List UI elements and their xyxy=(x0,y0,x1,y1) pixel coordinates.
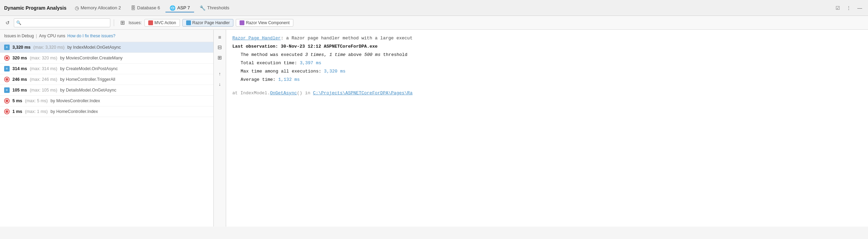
issue-method: by HomeController.TriggerAll xyxy=(60,77,115,82)
filter-mvc[interactable]: MVC Action xyxy=(144,19,180,27)
search-icon: 🔍 xyxy=(16,20,21,25)
razor-icon xyxy=(4,87,10,93)
detail-path-link[interactable]: C:\Projects\ASPNETCoreForDPA\Pages\Ra xyxy=(313,90,413,96)
sort-btn-3[interactable]: ⊞ xyxy=(215,53,224,62)
filter-icon-btn[interactable]: ⊞ xyxy=(118,18,127,28)
refresh-button[interactable]: ↺ xyxy=(3,18,12,28)
issue-method: by MoviesController.Index xyxy=(50,98,100,103)
issue-item[interactable]: 5 ms (max: 5 ms) by MoviesController.Ind… xyxy=(0,96,213,106)
issue-item[interactable]: 3,320 ms (max: 3,320 ms) by IndexModel.O… xyxy=(0,42,213,53)
issue-method: by HomeController.Index xyxy=(50,109,98,114)
issue-time-secondary: (max: 320 ms) xyxy=(30,56,57,60)
detail-total-time: Total execution time: 3,397 ms xyxy=(241,59,862,67)
side-actions: ≡ ⊟ ⊞ ↑ ↓ xyxy=(214,30,226,227)
issue-time-main: 3,320 ms xyxy=(12,45,31,50)
app-title: Dynamic Program Analysis xyxy=(4,5,67,11)
toolbar-divider xyxy=(114,19,114,26)
detail-max-value: 3,320 ms xyxy=(324,69,345,74)
issues-header-text: Issues in Debug xyxy=(4,34,34,38)
close-btn[interactable]: — xyxy=(856,4,864,12)
issue-time-secondary: (max: 3,320 ms) xyxy=(33,45,64,50)
issue-time-main: 246 ms xyxy=(12,77,27,82)
issue-method: by MoviesController.CreateMany xyxy=(60,56,122,60)
right-panel: ≡ ⊟ ⊞ ↑ ↓ Razor Page Handler: a Razor pa… xyxy=(214,30,868,227)
detail-avg-time: Average time: 1,132 ms xyxy=(241,76,862,84)
tab-database-label: Database 6 xyxy=(137,5,160,10)
razor-page-icon xyxy=(186,20,191,25)
detail-method-link[interactable]: OnGetAsync xyxy=(270,90,297,96)
tab-memory[interactable]: ◷ Memory Allocation 2 xyxy=(71,4,125,12)
detail-type-link[interactable]: Razor Page Handler xyxy=(232,36,281,41)
filter-razor-component-label: Razor View Component xyxy=(246,20,290,25)
detail-obs-process: ASPNETCoreForDPA.exe xyxy=(324,44,377,49)
database-icon: 🗄 xyxy=(131,5,135,11)
mvc-icon xyxy=(148,20,153,25)
memory-icon: ◷ xyxy=(75,5,79,11)
detail-obs-label: Last observation: xyxy=(232,44,281,49)
sort-btn-2[interactable]: ⊟ xyxy=(215,43,224,52)
issue-time-secondary: (max: 314 ms) xyxy=(30,66,57,71)
tab-database[interactable]: 🗄 Database 6 xyxy=(127,4,164,12)
issue-item[interactable]: 246 ms (max: 246 ms) by HomeController.T… xyxy=(0,74,213,85)
filter-razor-component[interactable]: Razor View Component xyxy=(236,19,293,27)
wrench-icon: 🔧 xyxy=(200,5,205,11)
tab-asp[interactable]: 🌐 ASP 7 xyxy=(165,4,194,12)
search-input[interactable] xyxy=(23,20,108,25)
issue-time-main: 1 ms xyxy=(12,109,22,114)
issue-time-secondary: (max: 1 ms) xyxy=(25,109,48,114)
mvc-icon xyxy=(4,109,10,114)
sort-btn-5[interactable]: ↓ xyxy=(215,79,224,88)
razor-icon xyxy=(4,66,10,71)
detail-title-desc: : a Razor page handler method with a lar… xyxy=(281,36,412,41)
issue-item[interactable]: 1 ms (max: 1 ms) by HomeController.Index xyxy=(0,106,213,117)
title-bar: Dynamic Program Analysis ◷ Memory Alloca… xyxy=(0,0,868,16)
sort-btn-1[interactable]: ≡ xyxy=(215,32,224,41)
issue-time-secondary: (max: 246 ms) xyxy=(30,77,57,82)
issue-item[interactable]: 320 ms (max: 320 ms) by MoviesController… xyxy=(0,53,213,64)
filter-razor-page-label: Razor Page Handler xyxy=(192,20,230,25)
filter-mvc-label: MVC Action xyxy=(154,20,176,25)
issue-time-secondary: (max: 105 ms) xyxy=(30,88,57,93)
menu-btn[interactable]: ⋮ xyxy=(845,4,853,12)
how-to-fix-link[interactable]: How do I fix these issues? xyxy=(67,34,115,38)
mvc-icon xyxy=(4,77,10,82)
detail-title: Razor Page Handler: a Razor page handler… xyxy=(232,35,862,42)
issue-time-main: 320 ms xyxy=(12,56,27,60)
sort-btn-4[interactable]: ↑ xyxy=(215,69,224,78)
issue-time-main: 105 ms xyxy=(12,88,27,93)
detail-exec-desc: The method was executed 3 times, 1 time … xyxy=(241,51,862,59)
detail-panel: Razor Page Handler: a Razor page handler… xyxy=(226,30,868,227)
mvc-icon xyxy=(4,98,10,104)
main-content: Issues in Debug | Any CPU runs How do I … xyxy=(0,30,868,227)
globe-icon: 🌐 xyxy=(170,5,175,11)
tab-thresholds-label: Thresholds xyxy=(207,5,229,10)
filter-razor-page[interactable]: Razor Page Handler xyxy=(182,19,234,27)
detail-max-time: Max time among all executions: 3,320 ms xyxy=(241,68,862,75)
window-controls: ☑ ⋮ — xyxy=(834,4,864,12)
detail-code-line: at IndexModel.OnGetAsync() in C:\Project… xyxy=(232,89,862,97)
issue-item[interactable]: 105 ms (max: 105 ms) by DetailsModel.OnG… xyxy=(0,85,213,96)
issue-time-main: 314 ms xyxy=(12,66,27,71)
issue-item[interactable]: 314 ms (max: 314 ms) by CreateModel.OnPo… xyxy=(0,64,213,74)
issue-list: 3,320 ms (max: 3,320 ms) by IndexModel.O… xyxy=(0,42,213,227)
issues-label: Issues: xyxy=(129,20,142,25)
tab-asp-label: ASP 7 xyxy=(177,5,190,10)
issue-time-main: 5 ms xyxy=(12,98,22,103)
checkbox-btn[interactable]: ☑ xyxy=(834,4,842,12)
issue-time-secondary: (max: 5 ms) xyxy=(25,98,48,103)
toolbar: ↺ 🔍 ⊞ Issues: MVC Action Razor Page Hand… xyxy=(0,16,868,30)
tab-thresholds[interactable]: 🔧 Thresholds xyxy=(195,4,233,12)
issues-header: Issues in Debug | Any CPU runs How do I … xyxy=(0,30,213,42)
mvc-icon xyxy=(4,55,10,61)
tab-memory-label: Memory Allocation 2 xyxy=(81,5,121,10)
issue-method: by DetailsModel.OnGetAsync xyxy=(60,88,116,93)
detail-avg-value: 1,132 ms xyxy=(278,77,300,82)
razor-component-icon xyxy=(240,20,244,25)
detail-obs-date: 30-Nov-23 12:12 xyxy=(281,44,324,49)
issue-method: by IndexModel.OnGetAsync xyxy=(67,45,121,50)
issue-method: by CreateModel.OnPostAsync xyxy=(60,66,118,71)
razor-icon xyxy=(4,45,10,50)
detail-last-observation: Last observation: 30-Nov-23 12:12 ASPNET… xyxy=(232,43,862,50)
search-box[interactable]: 🔍 xyxy=(14,18,110,27)
detail-total-value: 3,397 ms xyxy=(300,60,321,66)
